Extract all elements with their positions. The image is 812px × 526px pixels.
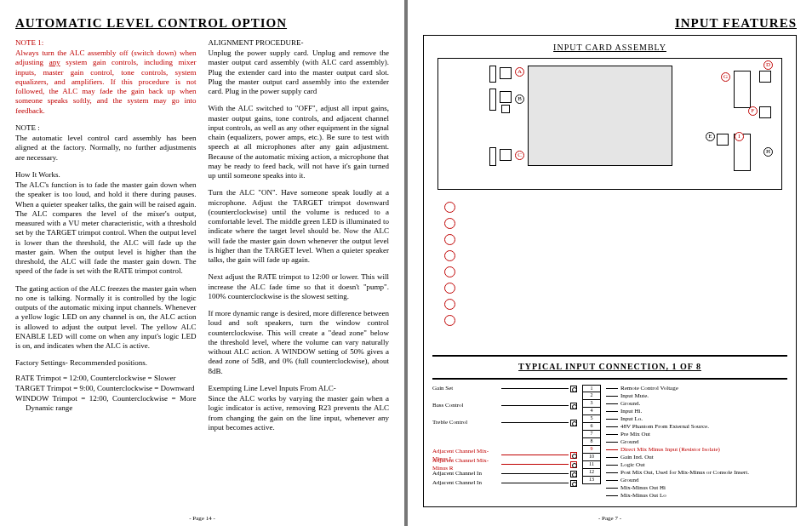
- typical-block: TYPICAL INPUT CONNECTION, 1 OF 8 Gain Se…: [432, 355, 787, 500]
- note2: NOTE : The automatic level control card …: [15, 123, 197, 163]
- pin-cell: 11: [582, 461, 601, 469]
- control-label: Gain Set: [432, 385, 500, 392]
- pin-desc-row: Ground: [606, 438, 787, 446]
- hiw-body: The ALC's function is to fade the master…: [15, 180, 197, 275]
- dot-icon: [444, 218, 455, 229]
- pin-desc-label: Mix-Minus Out Hi: [620, 484, 666, 492]
- dot-icon: [444, 315, 455, 326]
- exempt-head: Exempting Line Level Inputs From ALC-: [209, 384, 390, 393]
- rule-top: [432, 355, 787, 357]
- lead-line: [501, 483, 569, 483]
- note2-body: The automatic level control card assembl…: [15, 134, 197, 162]
- pin-cell: 12: [582, 469, 601, 477]
- lead-line: [606, 495, 618, 496]
- exempt-body: Since the ALC works by varying the maste…: [209, 394, 390, 432]
- pin-desc-label: Gain Ind. Out: [620, 454, 654, 461]
- pin-desc-label: Input Mute.: [620, 392, 649, 400]
- lead-line: [606, 419, 618, 420]
- sq-c: [500, 149, 512, 161]
- pin-desc-row: 48V Phantom From External Source.: [606, 423, 787, 431]
- badge-c: C: [515, 151, 524, 160]
- pin-desc-row: Mix-Minus Out Hi: [606, 484, 787, 492]
- pin-desc-row: Pre Mix Out: [606, 431, 787, 438]
- pin-desc-row: Input Mute.: [606, 392, 787, 400]
- pin-desc-label: Post Mix Out, Used for Mix-Minus or Cons…: [620, 469, 749, 477]
- pin-desc-row: Ground: [606, 477, 787, 484]
- lead-line: [606, 449, 618, 450]
- slot-right-top: [734, 71, 751, 108]
- typical-body: Gain SetBass ControlTreble Control Adjac…: [432, 385, 787, 500]
- lead-line: [606, 465, 618, 466]
- lead-line: [606, 480, 618, 481]
- lead-line: [501, 473, 569, 474]
- hiw-head: How It Works.: [15, 170, 197, 180]
- pin-desc-row: Direct Mix Minus Input (Resistor Isolate…: [606, 446, 787, 454]
- trimpot-icon: [570, 386, 577, 392]
- assembly-title: INPUT CARD ASSEMBLY: [432, 43, 787, 54]
- trimpot-icon: [570, 403, 577, 409]
- left-footer: - Page 14 -: [0, 515, 404, 523]
- align-head: ALIGNMENT PROCEDURE-: [209, 38, 390, 48]
- pin-cell: 5: [582, 415, 601, 423]
- adj-label: Adjacent Channel In: [432, 470, 500, 477]
- dot-icon: [444, 299, 455, 310]
- pin-desc-label: Logic Out: [620, 461, 645, 469]
- strip-a: [489, 66, 496, 83]
- factory-settings: Factory Settings- Recommended positions.…: [15, 358, 197, 413]
- align-4: Next adjust the RATE trimpot to 12:00 or…: [209, 272, 390, 301]
- control-row: Treble Control: [432, 419, 577, 427]
- fs-rate: RATE Trimpot = 12:00, Counterclockwise =…: [26, 374, 197, 383]
- pin-desc-label: Remote Control Voltage: [620, 385, 678, 392]
- alignment: ALIGNMENT PROCEDURE- Unplug the power su…: [209, 38, 390, 97]
- trimpot-icon: [570, 480, 577, 487]
- sq-b2: [501, 105, 510, 113]
- pin-cell: 2: [582, 392, 601, 400]
- note2-head: NOTE :: [15, 123, 197, 133]
- pin-cell: 8: [582, 438, 601, 446]
- pin-desc-label: Ground.: [620, 400, 640, 408]
- pin-desc-row: Logic Out: [606, 461, 787, 469]
- pin-desc-label: Input Hi.: [620, 408, 642, 415]
- input-card-frame: INPUT CARD ASSEMBLY A B C D E F G: [423, 35, 797, 507]
- lead-line: [606, 442, 618, 443]
- pin-cell: 7: [582, 431, 601, 438]
- trimpot-icon: [570, 471, 577, 477]
- adj-row: Adjacent Channel In: [432, 479, 577, 488]
- pin-desc-label: 48V Phantom From External Source.: [620, 423, 709, 431]
- align-1: Unplug the power supply card. Unplug and…: [209, 49, 390, 95]
- sq-e: [717, 134, 729, 146]
- align-3: Turn the ALC "ON". Have someone speak lo…: [209, 188, 390, 265]
- pin-desc-label: Direct Mix Minus Input (Resistor Isolate…: [620, 446, 720, 454]
- dot-column: [444, 202, 455, 331]
- lead-line: [606, 488, 618, 489]
- pin-cell: 10: [582, 454, 601, 461]
- right-footer: - Page 7 -: [408, 515, 812, 523]
- pin-desc-row: Remote Control Voltage: [606, 385, 787, 392]
- left-columns: NOTE 1: Always turn the ALC assembly off…: [15, 38, 389, 440]
- lead-line: [606, 388, 618, 389]
- dot-icon: [444, 283, 455, 294]
- dot-icon: [444, 250, 455, 261]
- lead-line: [501, 405, 569, 406]
- strip-c: [489, 147, 496, 166]
- right-page: INPUT FEATURES INPUT CARD ASSEMBLY A B C…: [406, 0, 812, 526]
- badge-g: G: [721, 72, 730, 82]
- lead-line: [501, 388, 569, 389]
- trimpot-icon: [570, 420, 577, 426]
- sq-a: [500, 67, 512, 79]
- pin-desc-row: Post Mix Out, Used for Mix-Minus or Cons…: [606, 469, 787, 477]
- sq-f: [759, 106, 771, 118]
- fs-window: WINDOW Trimpot = 12:00, Counterclockwise…: [26, 394, 197, 414]
- pin-desc-row: Input Lo.: [606, 415, 787, 423]
- typical-title: TYPICAL INPUT CONNECTION, 1 OF 8: [432, 362, 787, 373]
- assembly-diagram: A B C D E F G H I: [437, 58, 782, 190]
- pin-cell: 3: [582, 400, 601, 408]
- pin-cell: 9: [582, 446, 601, 454]
- adj-label: Adjacent Channel In: [432, 479, 500, 487]
- control-row: Gain Set: [432, 385, 577, 393]
- note1: NOTE 1: Always turn the ALC assembly off…: [15, 38, 197, 116]
- dot-icon: [444, 266, 455, 277]
- fs-target: TARGET Trimpot = 9:00, Counterclockwise …: [26, 384, 197, 393]
- pin-cell: 6: [582, 423, 601, 431]
- pin-desc-label: Ground: [620, 438, 638, 446]
